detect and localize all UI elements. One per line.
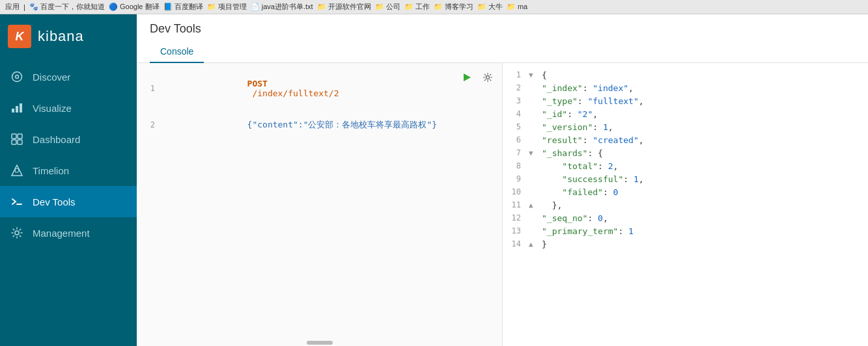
output-line-11: 11 ▲ }, (503, 198, 868, 211)
page-header: Dev Tools Console (137, 14, 868, 63)
out-content-14: } (542, 239, 868, 249)
out-content-8: "total": 2, (542, 161, 868, 171)
browser-item: 🐾 百度一下，你就知道 (29, 2, 105, 12)
horizontal-scrollbar[interactable] (307, 341, 333, 345)
code-line-2: 2 {"content":"公安部：各地校车将享最高路权"} (137, 109, 502, 141)
out-gutter-7: ▼ (529, 149, 542, 157)
svg-rect-2 (12, 109, 14, 113)
out-num-1: 1 (503, 70, 529, 79)
out-num-5: 5 (503, 122, 529, 131)
sidebar-item-discover[interactable]: Discover (0, 61, 137, 92)
output-line-9: 9 "successful": 1, (503, 172, 868, 185)
settings-button[interactable] (479, 68, 497, 86)
sidebar-item-label-visualize: Visualize (33, 103, 72, 114)
line-content-2: {"content":"公安部：各地校车将享最高路权"} (176, 109, 502, 140)
output-line-3: 3 "_type": "fulltext", (503, 94, 868, 107)
devtools-icon (10, 195, 23, 208)
out-gutter-1: ▼ (529, 71, 542, 79)
code-line-1: 1 POST /index/fulltext/2 (137, 68, 502, 109)
svg-rect-7 (12, 140, 16, 144)
browser-item: 📁 工作 (404, 2, 430, 12)
out-content-12: "_seq_no": 0, (542, 213, 868, 223)
out-num-4: 4 (503, 109, 529, 118)
browser-item: 📄 java进阶书单.txt (251, 2, 313, 12)
svg-point-12 (15, 231, 19, 235)
svg-rect-5 (12, 134, 16, 139)
sidebar-item-label-discover: Discover (33, 72, 70, 83)
out-content-4: "_id": "2", (542, 109, 868, 119)
run-button[interactable] (458, 68, 476, 86)
dashboard-icon (10, 133, 23, 146)
app-container: K kibana Discover Visualize (0, 14, 868, 346)
sidebar-item-label-management: Management (33, 228, 90, 239)
out-num-10: 10 (503, 187, 529, 196)
sidebar-item-timelion[interactable]: Timelion (0, 155, 137, 186)
output-line-12: 12 "_seq_no": 0, (503, 211, 868, 224)
sidebar-item-management[interactable]: Management (0, 217, 137, 248)
out-num-12: 12 (503, 213, 529, 222)
svg-point-14 (486, 76, 490, 79)
output-line-2: 2 "_index": "index", (503, 81, 868, 94)
sidebar-item-dashboard[interactable]: Dashboard (0, 124, 137, 155)
out-content-7: "_shards": { (542, 148, 868, 158)
output-line-8: 8 "total": 2, (503, 159, 868, 172)
sidebar-item-devtools[interactable]: Dev Tools (0, 186, 137, 217)
output-line-1: 1 ▼ { (503, 68, 868, 81)
output-line-7: 7 ▼ "_shards": { (503, 146, 868, 159)
timelion-icon (10, 164, 23, 177)
output-line-4: 4 "_id": "2", (503, 107, 868, 120)
out-content-6: "result": "created", (542, 135, 868, 145)
browser-bar: 应用 | 🐾 百度一下，你就知道 🔵 Google 翻译 📘 百度翻译 📁 项目… (0, 0, 868, 14)
visualize-icon (10, 101, 23, 114)
out-content-1: { (542, 70, 868, 80)
output-line-14: 14 ▲ } (503, 237, 868, 250)
tab-bar: Console (150, 41, 855, 62)
out-num-2: 2 (503, 83, 529, 92)
sidebar-logo: K kibana (0, 14, 137, 61)
browser-separator: | (23, 3, 25, 11)
out-num-11: 11 (503, 200, 529, 209)
out-content-10: "failed": 0 (542, 187, 868, 197)
out-num-13: 13 (503, 226, 529, 235)
editor-area: 1 POST /index/fulltext/2 2 {"content":"公… (137, 63, 868, 346)
svg-marker-9 (12, 165, 22, 176)
browser-item: 🔵 Google 翻译 (109, 2, 160, 12)
browser-item: 📁 开源软件官网 (317, 2, 371, 12)
editor-lines: 1 POST /index/fulltext/2 2 {"content":"公… (137, 63, 502, 141)
out-content-3: "_type": "fulltext", (542, 96, 868, 106)
discover-icon (10, 70, 23, 83)
management-icon (10, 226, 23, 239)
kibana-logo-text: kibana (38, 28, 84, 45)
output-line-5: 5 "_version": 1, (503, 120, 868, 133)
out-content-13: "_primary_term": 1 (542, 226, 868, 236)
svg-rect-4 (20, 103, 22, 113)
editor-toolbar (458, 68, 497, 86)
svg-rect-3 (16, 106, 18, 113)
output-line-6: 6 "result": "created", (503, 133, 868, 146)
line-num-1: 1 (137, 84, 163, 93)
out-gutter-11: ▲ (529, 201, 542, 209)
output-pane[interactable]: 1 ▼ { 2 "_index": "index", 3 "_type": "f… (503, 63, 868, 346)
browser-item: 📁 博客学习 (434, 2, 473, 12)
sidebar-item-visualize[interactable]: Visualize (0, 92, 137, 124)
editor-pane[interactable]: 1 POST /index/fulltext/2 2 {"content":"公… (137, 63, 503, 346)
browser-item: 📁 ma (507, 3, 527, 11)
svg-marker-13 (464, 73, 471, 81)
sidebar-item-label-devtools: Dev Tools (33, 196, 76, 207)
svg-rect-6 (18, 134, 22, 139)
main-content: Dev Tools Console 1 POST /index/fulltext… (137, 14, 868, 346)
svg-point-10 (15, 168, 19, 172)
svg-point-0 (12, 72, 22, 82)
line-num-2: 2 (137, 120, 163, 129)
svg-point-1 (16, 75, 19, 79)
browser-item: 📘 百度翻译 (163, 2, 203, 12)
sidebar: K kibana Discover Visualize (0, 14, 137, 346)
out-content-11: }, (542, 200, 868, 210)
output-line-13: 13 "_primary_term": 1 (503, 224, 868, 237)
browser-item: 📁 公司 (375, 2, 400, 12)
tab-console[interactable]: Console (150, 41, 204, 63)
out-gutter-14: ▲ (529, 240, 542, 248)
out-num-8: 8 (503, 161, 529, 170)
svg-rect-8 (18, 140, 22, 144)
out-content-9: "successful": 1, (542, 174, 868, 184)
